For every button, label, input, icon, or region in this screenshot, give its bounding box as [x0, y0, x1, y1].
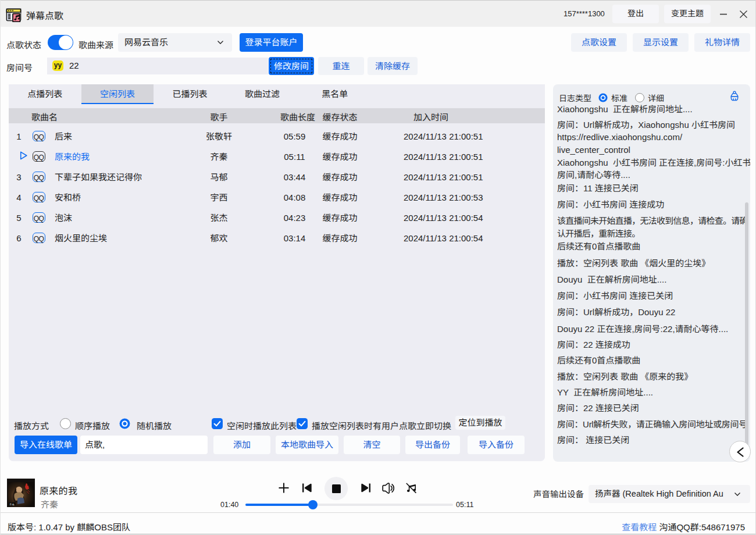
svg-text:齐秦: 齐秦: [9, 503, 15, 506]
